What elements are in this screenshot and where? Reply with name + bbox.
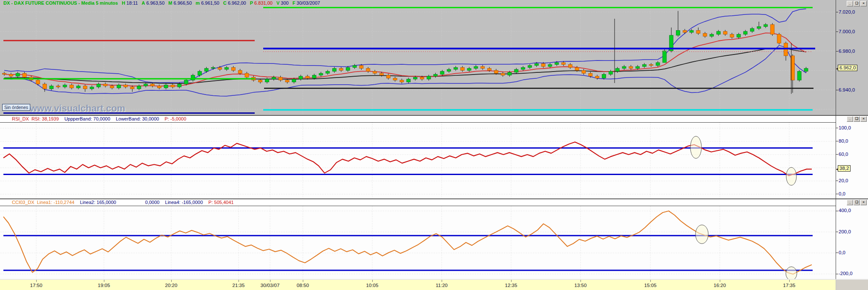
- candle: [757, 26, 761, 29]
- candle: [305, 76, 309, 78]
- candle: [204, 69, 208, 72]
- candle: [346, 67, 350, 70]
- axis-tick-label: 100,0: [836, 125, 851, 130]
- time-label: 10:05: [366, 283, 379, 288]
- candle: [501, 73, 505, 75]
- candle: [386, 75, 390, 78]
- cci-linea2: Linea2: 165,0000: [80, 200, 116, 205]
- last-price-value: 6.962,0: [839, 65, 856, 70]
- candle: [555, 63, 559, 65]
- cci03_dx-line: [3, 211, 812, 274]
- time-label: 12:35: [505, 283, 517, 288]
- candle: [319, 73, 323, 75]
- restore-button[interactable]: ❏: [854, 1, 860, 6]
- quote-field-label: V: [276, 0, 279, 6]
- candle: [676, 30, 680, 35]
- candle: [723, 32, 727, 34]
- candle: [703, 33, 707, 36]
- candle: [198, 72, 201, 75]
- quote-field-label: A: [142, 0, 145, 6]
- annotation-ellipse[interactable]: [690, 136, 701, 158]
- candle: [238, 70, 242, 73]
- candle: [541, 63, 545, 66]
- candle: [77, 86, 80, 88]
- time-tick: [442, 280, 442, 282]
- quote-field-value: 300: [281, 0, 288, 6]
- candle: [454, 67, 457, 69]
- candle: [427, 76, 431, 79]
- minimize-button[interactable]: _: [847, 200, 853, 205]
- candle: [49, 86, 53, 89]
- axis-tick-label: 200,0: [836, 229, 851, 234]
- candle: [784, 43, 788, 56]
- close-button[interactable]: ×: [860, 1, 867, 6]
- candle: [488, 69, 491, 71]
- time-tick: [171, 280, 172, 282]
- no-orders-badge: Sin órdenes: [2, 104, 30, 111]
- time-label: 13:50: [575, 283, 587, 288]
- candle: [737, 34, 741, 37]
- close-button[interactable]: ×: [860, 116, 867, 122]
- candle: [178, 84, 181, 87]
- candle: [750, 29, 754, 32]
- time-tick: [789, 280, 790, 282]
- candle: [481, 66, 485, 69]
- candle: [184, 80, 188, 84]
- axis-tick-label: 0,0: [836, 250, 845, 255]
- candle: [326, 72, 330, 74]
- rsi-indicator-name: RSI_DX: [12, 116, 29, 121]
- cci-chart-area[interactable]: [0, 206, 836, 279]
- quote-fields: H18:11A6.963,50M6.966,50m6.961,50C6.962,…: [118, 0, 320, 6]
- rsi-chart-area[interactable]: [0, 122, 836, 198]
- candle: [157, 86, 161, 88]
- candle: [696, 30, 700, 33]
- rsi-value-box: ◄38,2: [838, 165, 851, 172]
- quote-field-label: H: [122, 0, 125, 6]
- candle: [562, 63, 566, 65]
- time-label: 17:35: [783, 283, 796, 288]
- close-button[interactable]: ×: [860, 200, 867, 205]
- candle: [407, 79, 411, 82]
- axis-tick-label: -200,0: [836, 271, 853, 276]
- candle: [130, 87, 134, 89]
- time-label: 19:05: [98, 283, 110, 288]
- annotation-ellipse[interactable]: [786, 267, 797, 279]
- candle: [279, 77, 282, 80]
- candle: [764, 25, 767, 27]
- price-panel-window-buttons: _❏×: [846, 1, 867, 6]
- candle: [23, 73, 26, 77]
- candle: [211, 67, 215, 68]
- candle: [124, 85, 127, 87]
- time-label: 30/03/07: [261, 283, 280, 288]
- quote-field-value: 6.963,50: [147, 0, 165, 6]
- cci-axis: ◄-110,3 400,0200,00,0-200,0: [836, 199, 868, 279]
- price-chart-area[interactable]: Sin órdenes www.visualchart.com: [0, 6, 836, 115]
- minimize-button[interactable]: _: [847, 1, 853, 6]
- candle: [414, 77, 417, 79]
- rsi-current-value: 38,2: [839, 166, 849, 171]
- candle: [103, 84, 107, 86]
- candle: [797, 72, 801, 80]
- time-tick: [270, 280, 270, 282]
- time-tick: [650, 280, 651, 282]
- candle: [629, 66, 633, 69]
- annotation-ellipse[interactable]: [786, 167, 796, 185]
- restore-button[interactable]: ❏: [854, 200, 860, 205]
- restore-button[interactable]: ❏: [854, 116, 860, 122]
- candle: [97, 84, 101, 87]
- candle: [744, 32, 747, 34]
- candle: [366, 69, 370, 72]
- axis-tick-label: 400,0: [836, 208, 851, 213]
- candle: [393, 78, 397, 80]
- time-axis-corner: [836, 279, 868, 290]
- quote-field-label: F: [293, 0, 296, 6]
- candle: [440, 72, 444, 75]
- quote-field-label: M: [168, 0, 172, 6]
- time-axis[interactable]: 17:5019:0520:2021:3530/03/0708:5010:0511…: [0, 279, 836, 290]
- candle: [770, 25, 774, 34]
- minimize-button[interactable]: _: [847, 116, 853, 122]
- candle: [683, 30, 687, 32]
- axis-tick-label: 7.000,0: [836, 29, 855, 34]
- time-label: 20:20: [165, 283, 178, 288]
- annotation-ellipse[interactable]: [696, 225, 708, 244]
